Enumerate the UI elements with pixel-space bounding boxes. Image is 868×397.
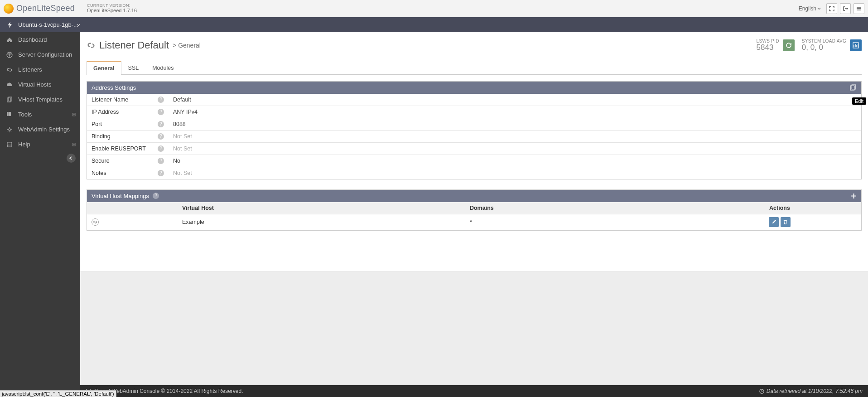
svg-rect-4 [9, 112, 11, 114]
tab-label: General [93, 65, 115, 72]
pencil-icon [772, 219, 776, 224]
panel-address-settings: Address Settings Listener Name? Default … [87, 81, 862, 179]
expand-icon: ⊞ [72, 112, 76, 117]
tab-general[interactable]: General [87, 61, 121, 75]
main-content: Listener Default > General LSWS PID 5843… [80, 32, 868, 397]
panel-vhost-mappings: Virtual Host Mappings ? Virtual Host Dom… [87, 189, 862, 231]
foot-spacer [80, 271, 868, 385]
brand-name: OpenLiteSpeed [16, 4, 75, 13]
edit-multi-icon [850, 84, 857, 91]
row-notes: Notes? Not Set [87, 167, 861, 179]
sidebar-item-label: Virtual Hosts [18, 81, 51, 88]
browser-status-bar: javascript:lst_conf('E', '', 'L_GENERAL'… [0, 390, 116, 397]
realtime-stats-button[interactable] [850, 39, 862, 51]
field-label: Listener Name [92, 97, 128, 103]
svg-rect-3 [7, 112, 9, 114]
help-icon[interactable]: ? [158, 133, 164, 140]
arrow-left-circle-icon [69, 156, 73, 160]
trash-icon [783, 219, 788, 224]
tab-ssl[interactable]: SSL [121, 61, 146, 75]
edit-button[interactable] [850, 84, 857, 91]
field-label: Port [92, 121, 102, 127]
field-value: Not Set [173, 133, 192, 140]
sidebar-item-server-config[interactable]: Server Configuration [0, 47, 80, 62]
sidebar-collapse-button[interactable] [67, 154, 76, 163]
column-header-icon [87, 202, 178, 214]
cell-vhost: Example [182, 219, 204, 225]
sidebar-item-vhosts[interactable]: Virtual Hosts [0, 77, 80, 92]
sidebar-item-vhost-templates[interactable]: VHost Templates [0, 92, 80, 107]
sidebar-item-label: Help [18, 141, 30, 148]
svg-rect-9 [850, 86, 854, 90]
panel-title: Address Settings [92, 84, 136, 91]
grid-icon [6, 111, 14, 118]
row-secure: Secure? No [87, 155, 861, 167]
restart-button[interactable] [783, 39, 795, 51]
sidebar-item-tools[interactable]: Tools ⊞ [0, 107, 80, 122]
field-value: No [173, 158, 180, 164]
host-dropdown[interactable]: Ubuntu-s-1vcpu-1gb-... [6, 21, 80, 29]
stat-load: SYSTEM LOAD AVG 0, 0, 0 [802, 39, 846, 52]
topbar: OpenLiteSpeed CURRENT VERSION: OpenLiteS… [0, 0, 868, 17]
field-label: Secure [92, 158, 110, 164]
chain-icon [87, 41, 96, 50]
language-label: English [799, 5, 816, 12]
help-icon[interactable]: ? [158, 97, 164, 103]
field-value: 8088 [173, 121, 186, 127]
gear-icon [6, 126, 14, 133]
field-label: Binding [92, 133, 111, 140]
tab-label: Modules [152, 65, 174, 71]
table-row: Example * [87, 214, 861, 230]
column-header-domains[interactable]: Domains [465, 202, 698, 214]
footer-retrieved: Data retrieved at 1/10/2022, 7:52:46 pm [767, 388, 863, 394]
svg-rect-6 [9, 114, 11, 116]
field-value: Not Set [173, 170, 192, 176]
host-ribbon: Ubuntu-s-1vcpu-1gb-... [0, 17, 868, 32]
help-icon[interactable]: ? [158, 158, 164, 164]
language-selector[interactable]: English [796, 5, 824, 12]
sidebar-item-dashboard[interactable]: Dashboard [0, 32, 80, 47]
sidebar-item-label: WebAdmin Settings [18, 126, 70, 133]
fullscreen-button[interactable] [826, 3, 837, 14]
field-value: ANY IPv4 [173, 109, 198, 115]
help-icon[interactable]: ? [153, 193, 159, 199]
help-icon[interactable]: ? [158, 109, 164, 115]
logout-button[interactable] [840, 3, 851, 14]
svg-rect-10 [852, 85, 856, 89]
page-header: Listener Default > General LSWS PID 5843… [87, 39, 862, 52]
stat-pid: LSWS PID 5843 [757, 39, 779, 52]
help-icon[interactable]: ? [158, 170, 164, 176]
row-edit-button[interactable] [769, 217, 779, 227]
sidebar-item-listeners[interactable]: Listeners [0, 62, 80, 77]
vhost-mappings-table: Virtual Host Domains Actions Example * [87, 202, 861, 230]
column-header-vhost[interactable]: Virtual Host [178, 202, 465, 214]
brand-logo-icon [4, 4, 14, 14]
version-label: CURRENT VERSION: [87, 3, 137, 8]
sidebar-item-label: Tools [18, 111, 32, 118]
panel-title: Virtual Host Mappings [92, 193, 149, 199]
tab-modules[interactable]: Modules [145, 61, 180, 75]
plus-icon [851, 193, 857, 199]
cell-domains: * [470, 219, 472, 225]
field-value: Not Set [173, 145, 192, 152]
link-icon [92, 218, 99, 226]
brand[interactable]: OpenLiteSpeed [4, 4, 84, 14]
help-icon[interactable]: ? [158, 121, 164, 127]
chevron-down-icon [77, 23, 80, 27]
row-port: Port? 8088 [87, 118, 861, 130]
sidebar-item-webadmin[interactable]: WebAdmin Settings [0, 122, 80, 137]
logout-icon [843, 6, 848, 11]
help-icon[interactable]: ? [158, 145, 164, 152]
sidebar: Dashboard Server Configuration Listeners… [0, 32, 80, 397]
row-delete-button[interactable] [781, 217, 791, 227]
menu-button[interactable] [854, 3, 864, 14]
bolt-icon [6, 21, 14, 29]
field-label: Notes [92, 170, 106, 176]
tab-bar: General SSL Modules [87, 60, 862, 75]
add-button[interactable] [851, 193, 857, 199]
row-listener-name: Listener Name? Default [87, 94, 861, 106]
breadcrumb: > General [173, 42, 201, 49]
page-title: Listener Default [99, 39, 169, 51]
sidebar-item-help[interactable]: Help ⊞ [0, 137, 80, 152]
chart-icon [853, 42, 859, 48]
